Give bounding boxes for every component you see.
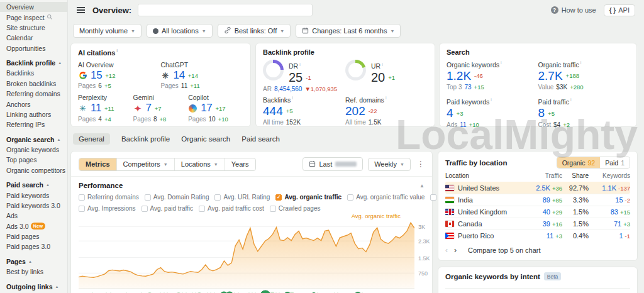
- sidebar-item-referring-ips[interactable]: Referring IPs: [0, 119, 67, 130]
- toggle-organic[interactable]: Organic92: [557, 157, 600, 168]
- keywords-value[interactable]: 15: [615, 196, 623, 204]
- prev-page-icon[interactable]: ‹: [445, 246, 448, 255]
- sidebar-item-anchors[interactable]: Anchors: [0, 99, 67, 109]
- sidebar-section-outgoing-links[interactable]: Outgoing links▲: [0, 281, 67, 291]
- segment-years[interactable]: Years: [225, 158, 255, 170]
- sidebar-section-organic-search[interactable]: Organic search▲: [0, 135, 67, 145]
- metric-value[interactable]: 4: [447, 107, 453, 120]
- location-row-in[interactable]: India89+853.3%15-2: [445, 194, 630, 206]
- dr-delta: -1: [306, 74, 311, 81]
- checkbox-avg-paid-traffic[interactable]: Avg. paid traffic: [142, 205, 194, 212]
- sidebar-item-paid-pages[interactable]: Paid pages: [0, 231, 67, 241]
- segment-competitors[interactable]: Competitors▼: [116, 158, 174, 170]
- filter-all-locations[interactable]: All locations▼: [147, 24, 213, 38]
- checkbox-crawled-pages[interactable]: Crawled pages: [270, 205, 321, 212]
- sidebar-section-backlink-profile[interactable]: Backlink profile▲: [0, 58, 67, 68]
- keywords-value[interactable]: 1.1K: [602, 184, 616, 192]
- checkbox-avg-organic-traffic-value[interactable]: Avg. organic traffic value: [347, 194, 425, 201]
- checkbox-avg-organic-traffic[interactable]: Avg. organic traffic: [275, 194, 341, 201]
- backlinks-value[interactable]: 444: [263, 105, 283, 118]
- metric-value-row: 17+17: [188, 102, 243, 114]
- tab-paid-search[interactable]: Paid search: [242, 135, 280, 143]
- more-options-icon[interactable]: ⋮: [417, 160, 425, 169]
- metric-value[interactable]: 15: [91, 70, 102, 82]
- how-to-use-button[interactable]: ? How to use: [551, 6, 596, 14]
- ar-value[interactable]: 8,454,560: [274, 86, 303, 92]
- sidebar-item-organic-competitors[interactable]: Organic competitors: [0, 165, 67, 175]
- sidebar-item-opportunities[interactable]: Opportunities: [0, 43, 67, 53]
- keywords-cell: 83+15: [589, 208, 630, 216]
- divider: [71, 176, 432, 177]
- tab-backlink-profile[interactable]: Backlink profile: [121, 135, 170, 143]
- tab-organic-search[interactable]: Organic search: [181, 135, 230, 143]
- traffic-value[interactable]: 39: [543, 220, 550, 228]
- location-cell: Canada: [445, 220, 523, 228]
- segment-metrics[interactable]: Metrics: [79, 158, 116, 170]
- toggle-paid[interactable]: Paid1: [600, 157, 630, 168]
- sidebar-item-paid-keywords[interactable]: Paid keywords: [0, 190, 67, 200]
- granularity-dropdown[interactable]: Weekly▼: [368, 158, 411, 171]
- sidebar-item-ads[interactable]: Ads: [0, 211, 67, 221]
- metric-value[interactable]: 11: [91, 102, 101, 114]
- keywords-value[interactable]: 1: [619, 232, 623, 240]
- filter-monthly-volume[interactable]: Monthly volume▼: [73, 24, 142, 38]
- metric-value[interactable]: 2.7K: [538, 70, 563, 83]
- compare-link[interactable]: Compare top 5 on chart: [468, 246, 541, 254]
- target-input[interactable]: [138, 4, 313, 16]
- location-row-gb[interactable]: United Kingdom40+291.5%83+15: [445, 206, 630, 218]
- next-page-icon[interactable]: ›: [454, 246, 457, 255]
- metric-value[interactable]: 17: [201, 102, 212, 114]
- sidebar-item-page-inspect[interactable]: Page inspect: [0, 12, 67, 22]
- segment-locations[interactable]: Locations▼: [174, 158, 225, 170]
- section-tabs: GeneralBacklink profileOrganic searchPai…: [73, 133, 280, 145]
- collapse-icon[interactable]: ▲: [419, 183, 425, 189]
- filter-bar: Monthly volume▼All locations▼Best links:…: [73, 24, 401, 38]
- checkbox-avg-impressions[interactable]: Avg. Impressions: [79, 205, 136, 212]
- sidebar-item-linking-authors[interactable]: Linking authors: [0, 109, 67, 119]
- keywords-value[interactable]: 83: [611, 208, 618, 216]
- sidebar-item-broken-backlinks[interactable]: Broken backlinks: [0, 79, 67, 89]
- sidebar-item-referring-domains[interactable]: Referring domains: [0, 89, 67, 99]
- traffic-value[interactable]: 2.5K: [536, 184, 550, 192]
- sidebar-item-paid-pages-3-0[interactable]: Paid pages 3.0: [0, 241, 67, 252]
- dr-metric: DR 25-1 AR8,454,560▼1,070,935: [263, 60, 345, 92]
- api-button[interactable]: API: [604, 4, 635, 16]
- sidebar-item-ads-3-0[interactable]: Ads 3.0New: [0, 221, 67, 231]
- sidebar-item-calendar[interactable]: Calendar: [0, 33, 67, 43]
- traffic-value[interactable]: 40: [543, 208, 550, 216]
- sidebar-item-organic-keywords[interactable]: Organic keywords: [0, 145, 67, 155]
- filter-changes-last-6-months[interactable]: Changes: Last 6 months▼: [296, 24, 401, 38]
- sidebar-section-paid-search[interactable]: Paid search▲: [0, 180, 67, 190]
- traffic-value[interactable]: 11: [547, 232, 553, 240]
- menu-icon[interactable]: [77, 9, 85, 11]
- metric-value[interactable]: 1.2K: [447, 70, 471, 83]
- checkbox-avg-paid-traffic-cost[interactable]: Avg. paid traffic cost: [199, 205, 264, 212]
- location-row-pr[interactable]: Puerto Rico11+30.4%1-1: [445, 229, 630, 241]
- date-range-button[interactable]: Last: [303, 157, 363, 171]
- tab-general[interactable]: General: [73, 133, 110, 145]
- sidebar-item-best-by-links[interactable]: Best by links: [0, 267, 67, 277]
- area-chart-svg[interactable]: [79, 218, 414, 290]
- metric-value[interactable]: 8: [538, 107, 545, 120]
- traffic-value[interactable]: 89: [543, 196, 550, 204]
- location-row-us[interactable]: United States2.5K+3692.7%1.1K-137: [445, 182, 630, 194]
- traffic-cell: 39+16: [523, 220, 562, 228]
- checkbox-avg-domain-rating[interactable]: Avg. Domain Rating: [145, 194, 209, 201]
- location-row-ca[interactable]: Canada39+161.5%71+3: [445, 218, 630, 229]
- y-axis-tick: 750: [418, 270, 428, 277]
- filter-best-links-off[interactable]: Best links: Off▼: [218, 24, 291, 38]
- keywords-delta: +15: [620, 209, 630, 216]
- sidebar-item-backlinks[interactable]: Backlinks: [0, 68, 67, 78]
- metric-value[interactable]: 7: [146, 102, 152, 114]
- sidebar-item-top-pages[interactable]: Top pages: [0, 155, 67, 165]
- sidebar-section-pages[interactable]: Pages▲: [0, 257, 67, 267]
- checkbox-avg-url-rating[interactable]: Avg. URL Rating: [214, 194, 270, 201]
- keywords-value[interactable]: 71: [614, 220, 621, 228]
- ref-domains-value[interactable]: 202: [345, 105, 365, 118]
- sidebar-item-paid-keywords-3-0[interactable]: Paid keywords 3.0: [0, 201, 67, 211]
- metric-value[interactable]: 14: [174, 70, 185, 82]
- checkbox-label: Referring domains: [87, 194, 139, 201]
- sidebar-item-overview[interactable]: Overview: [0, 2, 67, 12]
- checkbox-referring-domains[interactable]: Referring domains: [79, 194, 139, 201]
- sidebar-item-site-structure[interactable]: Site structure: [0, 23, 67, 33]
